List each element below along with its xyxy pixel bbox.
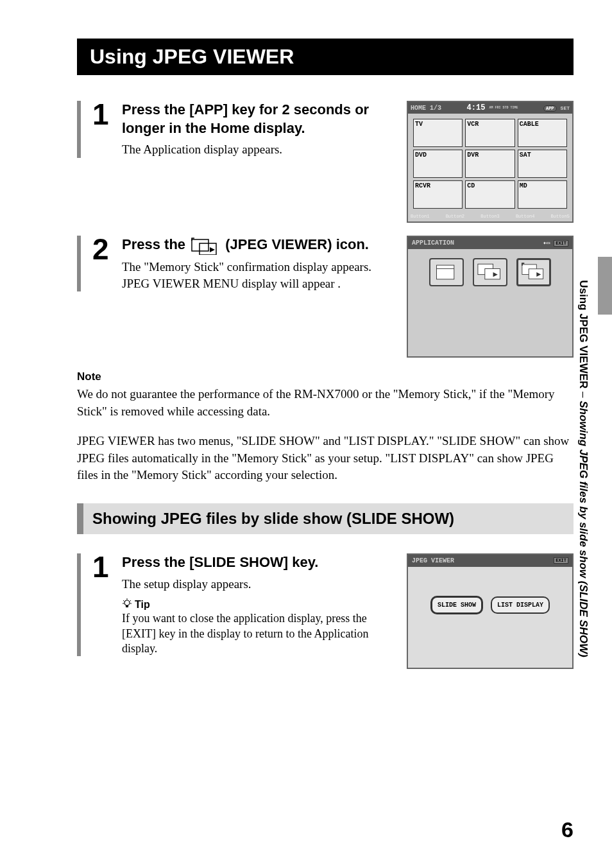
jpeg-header: JPEG VIEWER — [412, 557, 454, 564]
home-icon-cd: CD — [465, 180, 514, 209]
app-icon-1 — [429, 258, 464, 286]
tip-bulb-icon — [122, 598, 132, 611]
slide-show-button: SLIDE SHOW — [430, 596, 483, 614]
step-1-row: 1 Press the [APP] key for 2 seconds or l… — [77, 101, 574, 223]
home-display-screenshot: HOME 1/3 4:15 AM FRI STD TIME APP SET TV… — [407, 101, 574, 223]
home-icon-rcvr: RCVR — [413, 180, 463, 209]
subsection-heading: Showing JPEG files by slide show (SLIDE … — [77, 503, 574, 534]
home-icon-dvd: DVD — [413, 150, 463, 178]
step-1-heading: Press the [APP] key for 2 seconds or lon… — [122, 101, 387, 137]
step-number-1: 1 — [92, 100, 110, 158]
home-icon-dvr: DVR — [465, 150, 514, 178]
footer-btn-5: Button5 — [551, 214, 570, 219]
section-title: Using JPEG VIEWER — [77, 39, 574, 75]
step-bar — [77, 236, 81, 291]
tip-body: If you want to close the application dis… — [122, 611, 387, 656]
step-bar — [77, 553, 81, 656]
home-icon-sat: SAT — [518, 150, 567, 178]
jpeg-viewer-icon — [191, 236, 220, 255]
app-key-icon: APP — [543, 105, 557, 112]
home-icon-md: MD — [518, 180, 567, 209]
note-heading: Note — [77, 370, 574, 383]
step-2-body-2: JPEG VIEWER MENU display will appear . — [122, 275, 387, 292]
note-body: We do not guarantee the performance of t… — [77, 386, 574, 420]
home-header-left: HOME 1/3 — [411, 105, 441, 112]
slideshow-step-1-heading: Press the [SLIDE SHOW] key. — [122, 553, 387, 572]
svg-rect-1 — [200, 243, 216, 255]
page-number: 6 — [561, 817, 574, 842]
svg-marker-2 — [210, 247, 215, 252]
footer-btn-2: Button2 — [446, 214, 464, 219]
home-icon-vcr: VCR — [465, 119, 514, 147]
list-display-button: LIST DISPLAY — [491, 596, 550, 614]
step-2-body-1: The "Memory Stick" confirmation display … — [122, 259, 387, 275]
footer-btn-4: Button4 — [516, 214, 534, 219]
slideshow-step-1-body: The setup display appears. — [122, 576, 387, 593]
note-block: Note We do not guarantee the performance… — [77, 370, 574, 420]
explanation-paragraph: JPEG VIEWER has two menus, "SLIDE SHOW" … — [77, 433, 574, 484]
application-display-screenshot: APPLICATION ✦▭ EXIT — [407, 236, 574, 358]
set-btn: SET — [561, 105, 570, 111]
application-header: APPLICATION — [412, 239, 454, 247]
svg-rect-0 — [192, 239, 208, 251]
page-content: Using JPEG VIEWER 1 Press the [APP] key … — [0, 0, 612, 868]
jpeg-viewer-screenshot: JPEG VIEWER EXIT SLIDE SHOW LIST DISPLAY — [407, 553, 574, 669]
svg-point-11 — [124, 600, 130, 605]
footer-btn-1: Button1 — [411, 214, 429, 219]
step-2-heading: Press the (JPEG VIEWER) icon. — [122, 236, 387, 255]
svg-rect-9 — [529, 269, 543, 279]
step-number-2: 2 — [92, 234, 110, 291]
home-time: 4:15 — [467, 103, 486, 112]
jpeg-exit-key-icon: EXIT — [554, 557, 568, 564]
side-tab-ital: Showing JPEG files by slide show (SLIDE … — [577, 401, 590, 657]
footer-btn-3: Button3 — [480, 214, 499, 219]
home-time-sub: AM FRI STD TIME — [489, 107, 518, 110]
side-tab-bold: Using JPEG VIEWER — [577, 280, 590, 388]
exit-key-icon: EXIT — [554, 240, 568, 247]
home-icon-cable: CABLE — [518, 119, 567, 147]
svg-rect-3 — [437, 265, 454, 279]
app-icon-2 — [473, 258, 507, 286]
svg-rect-6 — [485, 269, 500, 279]
svg-line-13 — [123, 600, 124, 602]
slideshow-step-number-1: 1 — [92, 552, 110, 656]
slideshow-step-1-row: 1 Press the [SLIDE SHOW] key. The setup … — [77, 553, 574, 675]
side-tab: Using JPEG VIEWER – Showing JPEG files b… — [574, 270, 593, 668]
svg-line-14 — [130, 600, 132, 602]
app-icon-3-selected — [516, 258, 551, 286]
tip-heading: Tip — [122, 598, 387, 611]
home-icon-tv: TV — [413, 119, 463, 147]
step-1-body: The Application display appears. — [122, 141, 387, 158]
svg-rect-17 — [126, 605, 128, 607]
step-bar — [77, 101, 81, 158]
step-2-row: 2 Press the (JPEG VIEWER) icon. The "Mem… — [77, 236, 574, 358]
